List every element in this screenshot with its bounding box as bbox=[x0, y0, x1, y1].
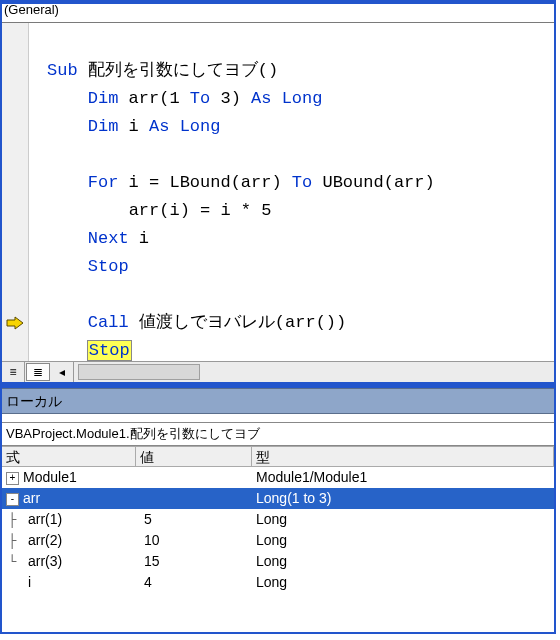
scrollbar-thumb[interactable] bbox=[78, 364, 200, 380]
execution-pointer-icon bbox=[6, 316, 24, 330]
locals-cell-name: +Module1 bbox=[2, 467, 136, 488]
locals-cell-name: ├arr(2) bbox=[2, 530, 136, 551]
locals-cell-name: i bbox=[2, 572, 136, 593]
code-text: UBound(arr) bbox=[312, 173, 434, 192]
locals-cell-type: Long bbox=[252, 551, 554, 572]
locals-row[interactable]: ├arr(2)10Long bbox=[2, 530, 554, 551]
scroll-left-button[interactable]: ◂ bbox=[51, 362, 74, 382]
locals-name-text: arr bbox=[23, 490, 40, 506]
current-line-stop: Stop bbox=[88, 341, 131, 360]
locals-cell-name: ├arr(1) bbox=[2, 509, 136, 530]
locals-row[interactable]: ├arr(1)5Long bbox=[2, 509, 554, 530]
locals-header-type[interactable]: 型 bbox=[252, 447, 554, 467]
keyword-next: Next bbox=[88, 229, 129, 248]
locals-name-text: Module1 bbox=[23, 469, 77, 485]
tree-connector-icon: └ bbox=[6, 552, 18, 573]
procedure-view-button[interactable]: ≡ bbox=[2, 362, 25, 382]
keyword-call: Call bbox=[88, 313, 129, 332]
svg-marker-0 bbox=[7, 317, 23, 329]
locals-table: 式 値 型 +Module1Module1/Module1-arrLong(1 … bbox=[2, 446, 554, 593]
locals-cell-type: Long bbox=[252, 572, 554, 593]
locals-cell-name: -arr bbox=[2, 488, 136, 509]
vba-ide-frame: (General) Sub 配列を引数にしてヨブ() Dim arr(1 To … bbox=[0, 0, 556, 634]
keyword-to: To bbox=[292, 173, 312, 192]
locals-header-name[interactable]: 式 bbox=[2, 447, 136, 467]
object-dropdown-value: (General) bbox=[4, 2, 59, 17]
sub-name: 配列を引数にしてヨブ() bbox=[78, 61, 279, 80]
keyword-stop: Stop bbox=[88, 257, 129, 276]
keyword-as-long: As Long bbox=[149, 117, 220, 136]
keyword-to: To bbox=[190, 89, 210, 108]
code-text: 3) bbox=[210, 89, 251, 108]
keyword-for: For bbox=[88, 173, 119, 192]
locals-cell-value bbox=[136, 488, 252, 509]
locals-header-value[interactable]: 値 bbox=[136, 447, 252, 467]
locals-row[interactable]: i4Long bbox=[2, 572, 554, 593]
locals-header-row: 式 値 型 bbox=[2, 447, 554, 467]
locals-rows: +Module1Module1/Module1-arrLong(1 to 3)├… bbox=[2, 467, 554, 593]
locals-cell-type: Long bbox=[252, 530, 554, 551]
expand-toggle-icon[interactable]: + bbox=[6, 472, 19, 485]
locals-cell-value: 4 bbox=[136, 572, 252, 593]
code-text: i bbox=[129, 229, 149, 248]
code-text: i = LBound(arr) bbox=[118, 173, 291, 192]
locals-row[interactable]: └arr(3)15Long bbox=[2, 551, 554, 572]
code-text: arr(1 bbox=[118, 89, 189, 108]
locals-cell-value: 15 bbox=[136, 551, 252, 572]
code-body[interactable]: Sub 配列を引数にしてヨブ() Dim arr(1 To 3) As Long… bbox=[29, 23, 554, 361]
object-dropdown[interactable]: (General) bbox=[2, 4, 554, 23]
expand-toggle-icon[interactable]: - bbox=[6, 493, 19, 506]
locals-name-text: arr(3) bbox=[28, 553, 62, 569]
locals-context-path: VBAProject.Module1.配列を引数にしてヨブ bbox=[2, 422, 554, 446]
keyword-as-long: As Long bbox=[251, 89, 322, 108]
locals-cell-type: Long(1 to 3) bbox=[252, 488, 554, 509]
locals-cell-type: Module1/Module1 bbox=[252, 467, 554, 488]
locals-cell-type: Long bbox=[252, 509, 554, 530]
tree-connector-icon: ├ bbox=[6, 531, 18, 552]
full-module-view-button[interactable]: ≣ bbox=[26, 363, 50, 381]
code-text: 値渡しでヨバレル(arr()) bbox=[129, 313, 347, 332]
code-pane[interactable]: Sub 配列を引数にしてヨブ() Dim arr(1 To 3) As Long… bbox=[2, 23, 554, 361]
view-strip: ≡ ≣ ◂ bbox=[2, 361, 554, 382]
code-text: arr(i) = i * 5 bbox=[129, 201, 272, 220]
locals-window-title: ローカル bbox=[2, 388, 554, 414]
keyword-dim: Dim bbox=[88, 89, 119, 108]
keyword-sub: Sub bbox=[47, 61, 78, 80]
locals-cell-name: └arr(3) bbox=[2, 551, 136, 572]
keyword-dim: Dim bbox=[88, 117, 119, 136]
locals-row[interactable]: -arrLong(1 to 3) bbox=[2, 488, 554, 509]
locals-row[interactable]: +Module1Module1/Module1 bbox=[2, 467, 554, 488]
locals-name-text: arr(1) bbox=[28, 511, 62, 527]
code-gutter bbox=[2, 23, 29, 361]
tree-connector-icon: ├ bbox=[6, 510, 18, 531]
code-text: i bbox=[118, 117, 149, 136]
locals-cell-value: 5 bbox=[136, 509, 252, 530]
spacer bbox=[2, 414, 554, 422]
locals-cell-value: 10 bbox=[136, 530, 252, 551]
locals-name-text: arr(2) bbox=[28, 532, 62, 548]
horizontal-scrollbar[interactable] bbox=[74, 362, 554, 382]
locals-cell-value bbox=[136, 467, 252, 488]
locals-name-text: i bbox=[28, 574, 31, 590]
